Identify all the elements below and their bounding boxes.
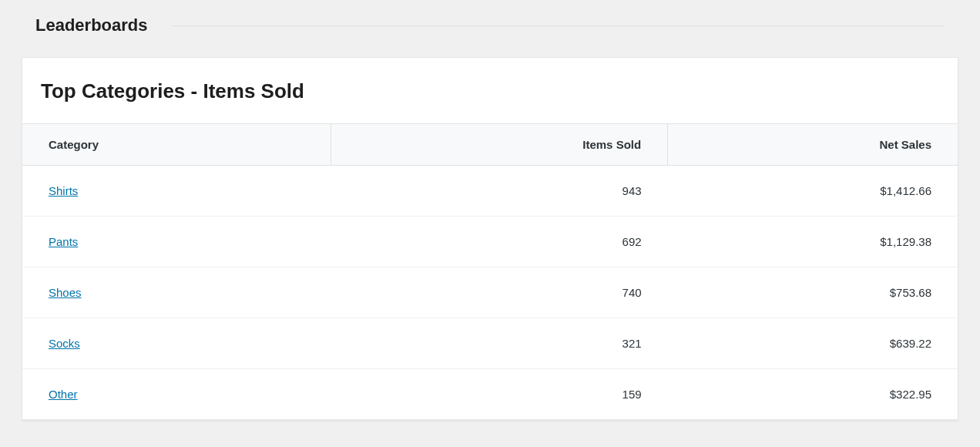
net-sales-cell: $639.22 <box>668 318 958 369</box>
items-sold-cell: 740 <box>331 267 668 318</box>
category-link[interactable]: Shoes <box>49 286 82 299</box>
category-link[interactable]: Other <box>49 388 78 401</box>
category-link[interactable]: Socks <box>49 337 80 350</box>
net-sales-cell: $1,129.38 <box>668 217 958 267</box>
divider <box>173 25 945 26</box>
category-link[interactable]: Pants <box>49 235 78 248</box>
table-row: Other 159 $322.95 <box>22 369 958 420</box>
col-header-net-sales[interactable]: Net Sales <box>668 124 958 166</box>
items-sold-cell: 159 <box>331 369 668 420</box>
table-row: Pants 692 $1,129.38 <box>22 217 958 267</box>
top-categories-table: Category Items Sold Net Sales Shirts 943… <box>22 123 958 419</box>
table-row: Socks 321 $639.22 <box>22 318 958 369</box>
net-sales-cell: $1,412.66 <box>668 166 958 217</box>
category-link[interactable]: Shirts <box>49 184 78 197</box>
net-sales-cell: $753.68 <box>668 267 958 318</box>
items-sold-cell: 943 <box>331 166 668 217</box>
col-header-category[interactable]: Category <box>22 124 331 166</box>
items-sold-cell: 692 <box>331 217 668 267</box>
card-title: Top Categories - Items Sold <box>22 58 958 123</box>
table-row: Shoes 740 $753.68 <box>22 267 958 318</box>
section-header: Leaderboards <box>15 0 965 57</box>
items-sold-cell: 321 <box>331 318 668 369</box>
leaderboard-card: Top Categories - Items Sold Category Ite… <box>22 57 958 420</box>
col-header-items-sold[interactable]: Items Sold <box>331 124 668 166</box>
table-row: Shirts 943 $1,412.66 <box>22 166 958 217</box>
net-sales-cell: $322.95 <box>668 369 958 420</box>
section-title: Leaderboards <box>35 15 148 35</box>
